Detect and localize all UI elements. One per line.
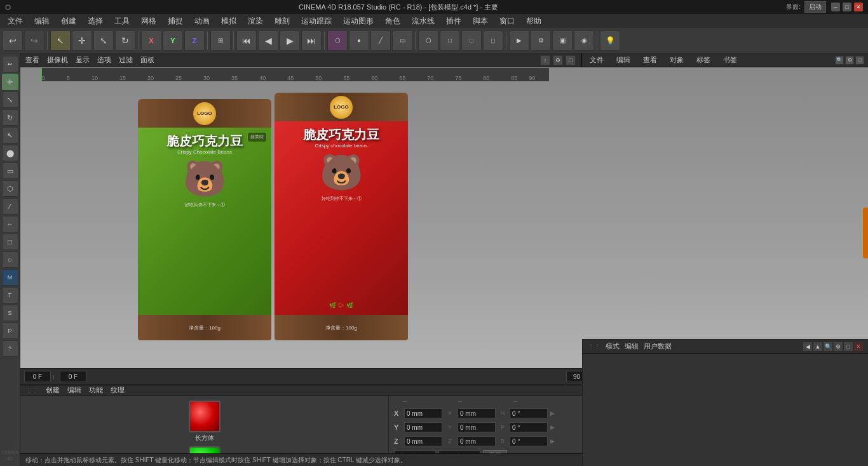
coord-x-size[interactable] — [458, 408, 496, 418]
coord-y-size[interactable] — [458, 422, 496, 432]
vp-tab-options[interactable]: 选项 — [97, 55, 111, 65]
brp-nav-left[interactable]: ◀ — [803, 342, 812, 351]
lt-rotate-btn[interactable]: ↻ — [2, 109, 18, 126]
coord-y-pos[interactable] — [404, 422, 442, 432]
y-axis-button[interactable]: Y — [163, 30, 183, 51]
brp-tab-edit[interactable]: 编辑 — [625, 342, 639, 351]
lt-knife-btn[interactable]: ∕ — [2, 198, 18, 215]
vp-tab-filter[interactable]: 过滤 — [119, 55, 133, 65]
menu-create[interactable]: 创建 — [56, 15, 81, 28]
menu-plugins[interactable]: 插件 — [441, 15, 466, 28]
right-btn[interactable]: □ — [483, 30, 503, 51]
coord-p-val[interactable] — [510, 422, 548, 432]
vp-tab-display[interactable]: 显示 — [76, 55, 90, 65]
render-settings-btn[interactable]: ⚙ — [531, 30, 551, 51]
brp-tab-mode[interactable]: 模式 — [606, 342, 620, 351]
coord-sys-button[interactable]: ⊞ — [210, 30, 231, 51]
menu-mesh[interactable]: 网格 — [136, 15, 161, 28]
brp-search-btn[interactable]: 🔍 — [824, 342, 832, 351]
play-fwd-tb-btn[interactable]: ▶ — [280, 30, 300, 51]
scale-tool-button[interactable]: ⤡ — [93, 30, 114, 51]
material-item-red[interactable]: 长方体 — [189, 401, 220, 443]
menu-help[interactable]: 帮助 — [521, 15, 546, 28]
lt-tag-btn[interactable]: T — [2, 287, 18, 303]
brp-nav-up[interactable]: ▲ — [813, 342, 822, 351]
right-edge-tab[interactable] — [863, 208, 868, 258]
menu-sculpt[interactable]: 雕刻 — [269, 15, 295, 28]
menu-render[interactable]: 渲染 — [243, 15, 268, 28]
interface-dropdown[interactable]: 启动 — [804, 1, 826, 13]
coord-b-val[interactable] — [510, 436, 548, 446]
vp-ctrl-1[interactable]: ↑ — [540, 55, 550, 65]
move-tool-button[interactable]: ✛ — [72, 30, 92, 51]
lt-mirror-btn[interactable]: ↔ — [2, 216, 18, 232]
vp-tab-camera[interactable]: 摄像机 — [47, 55, 68, 65]
brp-expand-btn[interactable]: □ — [844, 342, 853, 351]
next-frame-tb-btn[interactable]: ⏭ — [301, 30, 322, 51]
coord-z-pos[interactable] — [404, 436, 442, 446]
select-tool-button[interactable]: ↖ — [50, 30, 71, 51]
render-viewport-btn[interactable]: ◉ — [574, 30, 594, 51]
close-button[interactable]: ✕ — [854, 3, 863, 11]
lt-lasso-btn[interactable]: ⬤ — [2, 145, 18, 161]
start-frame-input[interactable] — [24, 371, 51, 382]
lt-help-btn[interactable]: ? — [2, 340, 18, 357]
rp-tab-edit[interactable]: 编辑 — [613, 54, 634, 66]
brp-tab-userdata[interactable]: 用户数据 — [644, 342, 672, 351]
rotate-tool-button[interactable]: ↻ — [115, 30, 135, 51]
play-back-tb-btn[interactable]: ◀ — [258, 30, 278, 51]
coord-h-val[interactable] — [510, 408, 548, 418]
z-axis-button[interactable]: Z — [184, 30, 205, 51]
menu-snap[interactable]: 捕捉 — [163, 15, 188, 28]
maximize-button[interactable]: □ — [843, 3, 851, 11]
polygon-mode-btn[interactable]: ▭ — [392, 30, 412, 51]
lt-poly-btn[interactable]: ▭ — [2, 163, 18, 179]
minimize-button[interactable]: ─ — [831, 3, 840, 11]
perspective-btn[interactable]: ⬡ — [418, 30, 438, 51]
menu-file[interactable]: 文件 — [3, 15, 28, 28]
points-mode-btn[interactable]: ● — [349, 30, 369, 51]
brp-close-btn[interactable]: ✕ — [854, 342, 863, 351]
rp-tab-file[interactable]: 文件 — [586, 54, 607, 66]
x-axis-button[interactable]: X — [141, 30, 161, 51]
lt-plugin-btn[interactable]: P — [2, 323, 18, 339]
lt-material-btn[interactable]: M — [2, 269, 18, 286]
vp-tab-view[interactable]: 查看 — [25, 55, 39, 65]
rp-tab-view[interactable]: 查看 — [639, 54, 661, 66]
menu-motion-graph[interactable]: 运动图形 — [338, 15, 379, 28]
menu-pipeline[interactable]: 流水线 — [407, 15, 440, 28]
rp-tab-tags[interactable]: 标签 — [693, 54, 714, 66]
rp-search-btn[interactable]: 🔍 — [835, 56, 844, 65]
lt-scale-btn[interactable]: ⤡ — [2, 91, 18, 108]
menu-animate[interactable]: 动画 — [189, 15, 215, 28]
vp-tab-panel[interactable]: 面板 — [140, 55, 154, 65]
lt-sphere-btn[interactable]: ○ — [2, 251, 18, 268]
redo-button[interactable]: ↪ — [24, 30, 44, 51]
lt-select-btn[interactable]: ↖ — [2, 127, 18, 143]
current-frame-input[interactable] — [60, 371, 86, 382]
render-btn[interactable]: ▶ — [509, 30, 529, 51]
menu-window[interactable]: 窗口 — [494, 15, 520, 28]
top-btn[interactable]: □ — [461, 30, 482, 51]
lighting-btn[interactable]: 💡 — [600, 30, 620, 51]
menu-simulate[interactable]: 模拟 — [216, 15, 241, 28]
menu-script[interactable]: 脚本 — [468, 15, 493, 28]
menu-tools[interactable]: 工具 — [109, 15, 135, 28]
lt-script-btn[interactable]: S — [2, 305, 18, 321]
menu-motion-track[interactable]: 运动跟踪 — [296, 15, 337, 28]
bp-tab-create[interactable]: 创建 — [46, 385, 60, 395]
bp-tab-edit[interactable]: 编辑 — [67, 385, 81, 395]
rp-expand-btn[interactable]: □ — [855, 56, 864, 65]
object-mode-btn[interactable]: ⬡ — [327, 30, 348, 51]
lt-cube-btn[interactable]: □ — [2, 234, 18, 250]
bp-tab-texture[interactable]: 纹理 — [111, 385, 125, 395]
rp-settings-btn[interactable]: ⚙ — [845, 56, 854, 65]
menu-edit[interactable]: 编辑 — [29, 15, 55, 28]
vp-ctrl-3[interactable]: □ — [566, 55, 576, 65]
vp-ctrl-2[interactable]: ⚙ — [553, 55, 563, 65]
coord-z-size[interactable] — [458, 436, 496, 446]
undo-button[interactable]: ↩ — [3, 30, 23, 51]
rp-tab-bookmarks[interactable]: 书签 — [719, 54, 741, 66]
timeline-ruler[interactable]: 0 5 10 15 20 25 30 35 40 45 50 55 60 65 … — [41, 68, 549, 81]
lt-undo-btn[interactable]: ↩ — [2, 56, 18, 72]
